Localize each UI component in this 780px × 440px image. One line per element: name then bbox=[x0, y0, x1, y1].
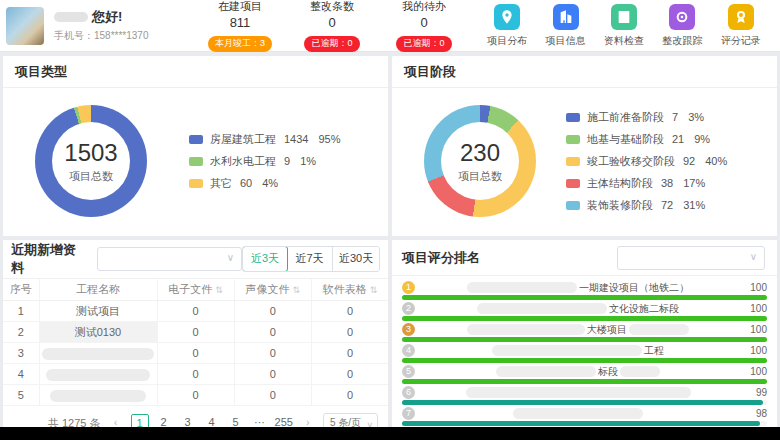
table-row[interactable]: 2测试0130 000 bbox=[3, 322, 388, 343]
score-bar bbox=[402, 316, 767, 321]
legend-swatch bbox=[189, 179, 203, 188]
donut-total-label: 项目总数 bbox=[458, 169, 502, 184]
score-bar bbox=[402, 421, 760, 426]
chevron-down-icon: ∨ bbox=[750, 251, 757, 262]
project-filter-select[interactable]: ∨ bbox=[97, 247, 242, 271]
redacted-username bbox=[54, 12, 88, 22]
tab-last-30-days[interactable]: 近30天 bbox=[333, 247, 379, 271]
letterbox-bar bbox=[0, 427, 780, 440]
recent-docs-table: 序号 工程名称 电子文件⇅ 声像文件⇅ 软件表格⇅ 1测试项目 000 2测试0… bbox=[3, 278, 388, 406]
stat-rectifications: 整改条数 0 已逾期：0 bbox=[286, 0, 378, 52]
panel-project-phase: 项目阶段 230 项目总数 施工前准备阶段73% 地基与基础阶段219% 竣工验… bbox=[392, 56, 777, 236]
col-media[interactable]: 声像文件⇅ bbox=[234, 279, 311, 301]
redacted-project-name bbox=[46, 369, 150, 381]
legend-item[interactable]: 地基与基础阶段219% bbox=[566, 128, 727, 150]
legend-swatch bbox=[189, 157, 203, 166]
top-bar: 您好! 手机号：158****1370 在建项目 811 本月竣工：3 整改条数… bbox=[0, 0, 780, 52]
legend-item[interactable]: 施工前准备阶段73% bbox=[566, 106, 727, 128]
rank-badge: 4 bbox=[402, 344, 415, 357]
table-row[interactable]: 3 000 bbox=[3, 343, 388, 364]
redacted-name bbox=[496, 366, 596, 377]
table-row[interactable]: 5 000 bbox=[3, 385, 388, 406]
redacted-name bbox=[629, 324, 689, 335]
shortcut-nav: 项目分布 项目信息 资料检查 整改跟踪 bbox=[478, 4, 770, 48]
redacted-project-name bbox=[50, 390, 146, 402]
date-range-tabs: 近3天 近7天 近30天 bbox=[242, 246, 380, 272]
shortcut-project-distribution[interactable]: 项目分布 bbox=[487, 4, 527, 48]
sort-icon[interactable]: ⇅ bbox=[370, 285, 378, 295]
legend-swatch bbox=[566, 113, 580, 122]
legend-swatch bbox=[566, 179, 580, 188]
table-row[interactable]: 1测试项目 000 bbox=[3, 301, 388, 322]
stat-projects: 在建项目 811 本月竣工：3 bbox=[194, 0, 286, 52]
ranking-row[interactable]: 3 大楼项目 100 bbox=[402, 322, 767, 343]
tab-last-3-days[interactable]: 近3天 bbox=[242, 246, 288, 272]
legend-swatch bbox=[566, 157, 580, 166]
rank-score: 100 bbox=[741, 366, 767, 377]
ranking-row[interactable]: 7 98 bbox=[402, 406, 767, 427]
ranking-row[interactable]: 6 99 bbox=[402, 385, 767, 406]
rank-score: 98 bbox=[741, 408, 767, 419]
rank-score: 100 bbox=[741, 345, 767, 356]
rank-badge: 1 bbox=[402, 281, 415, 294]
shortcut-doc-check[interactable]: 资料检查 bbox=[604, 4, 644, 48]
legend-item[interactable]: 其它604% bbox=[189, 172, 341, 194]
legend-item[interactable]: 水利水电工程91% bbox=[189, 150, 341, 172]
redacted-name bbox=[467, 324, 585, 335]
legend-swatch bbox=[566, 201, 580, 210]
legend-item[interactable]: 房屋建筑工程143495% bbox=[189, 128, 341, 150]
ranking-row[interactable]: 5 标段 100 bbox=[402, 364, 767, 385]
rank-badge: 7 bbox=[402, 407, 415, 420]
shortcut-score-records[interactable]: 评分记录 bbox=[721, 4, 761, 48]
ranking-row[interactable]: 1 一期建设项目（地铁二） 100 bbox=[402, 280, 767, 301]
user-greeting: 您好! bbox=[54, 8, 149, 26]
score-bar bbox=[402, 337, 767, 342]
donut-total-label: 项目总数 bbox=[69, 169, 113, 184]
sort-icon[interactable]: ⇅ bbox=[293, 285, 301, 295]
project-type-donut-chart[interactable]: 1503 项目总数 bbox=[35, 105, 147, 217]
ranking-row[interactable]: 2 文化设施二标段 100 bbox=[402, 301, 767, 322]
score-bar bbox=[402, 358, 767, 363]
legend-item[interactable]: 主体结构阶段3817% bbox=[566, 172, 727, 194]
map-pin-icon bbox=[494, 4, 520, 30]
document-icon bbox=[611, 4, 637, 30]
panel-project-type: 项目类型 1503 项目总数 房屋建筑工程143495% 水利水电工程91% 其… bbox=[3, 56, 388, 236]
panel-title: 项目阶段 bbox=[404, 63, 456, 81]
building-icon bbox=[553, 4, 579, 30]
redacted-name bbox=[477, 303, 607, 314]
tab-last-7-days[interactable]: 近7天 bbox=[287, 247, 333, 271]
greeting-text: 您好! bbox=[92, 8, 122, 26]
panel-title: 近期新增资料 bbox=[11, 241, 87, 277]
sort-icon[interactable]: ⇅ bbox=[215, 285, 223, 295]
shortcut-project-info[interactable]: 项目信息 bbox=[546, 4, 586, 48]
legend-item[interactable]: 竣工验收移交阶段9240% bbox=[566, 150, 727, 172]
redacted-project-name bbox=[42, 348, 154, 360]
rank-score: 99 bbox=[741, 387, 767, 398]
redacted-name bbox=[492, 345, 642, 356]
project-phase-donut-chart[interactable]: 230 项目总数 bbox=[424, 105, 536, 217]
table-row[interactable]: 4 000 bbox=[3, 364, 388, 385]
rank-badge: 5 bbox=[402, 365, 415, 378]
legend-swatch bbox=[189, 135, 203, 144]
panel-title: 项目评分排名 bbox=[402, 249, 480, 267]
score-bar bbox=[402, 379, 767, 384]
rank-score: 100 bbox=[741, 303, 767, 314]
target-icon bbox=[669, 4, 695, 30]
legend-item[interactable]: 装饰装修阶段7231% bbox=[566, 194, 727, 216]
rank-badge: 6 bbox=[402, 386, 415, 399]
stat-badge: 本月竣工：3 bbox=[208, 36, 272, 52]
col-efile[interactable]: 电子文件⇅ bbox=[157, 279, 234, 301]
ranking-row[interactable]: 4 工程 100 bbox=[402, 343, 767, 364]
rank-score: 100 bbox=[741, 324, 767, 335]
dashboard: 您好! 手机号：158****1370 在建项目 811 本月竣工：3 整改条数… bbox=[0, 0, 780, 440]
legend-swatch bbox=[566, 135, 580, 144]
avatar[interactable] bbox=[6, 7, 44, 45]
chevron-down-icon: ∨ bbox=[227, 252, 234, 263]
col-sheet[interactable]: 软件表格⇅ bbox=[311, 279, 388, 301]
user-info: 您好! 手机号：158****1370 bbox=[6, 7, 194, 45]
panel-title: 项目类型 bbox=[15, 63, 67, 81]
donut-total: 230 bbox=[460, 139, 500, 167]
shortcut-rectify-track[interactable]: 整改跟踪 bbox=[662, 4, 702, 48]
redacted-name bbox=[620, 366, 660, 377]
ranking-filter-select[interactable]: ∨ bbox=[617, 246, 765, 270]
